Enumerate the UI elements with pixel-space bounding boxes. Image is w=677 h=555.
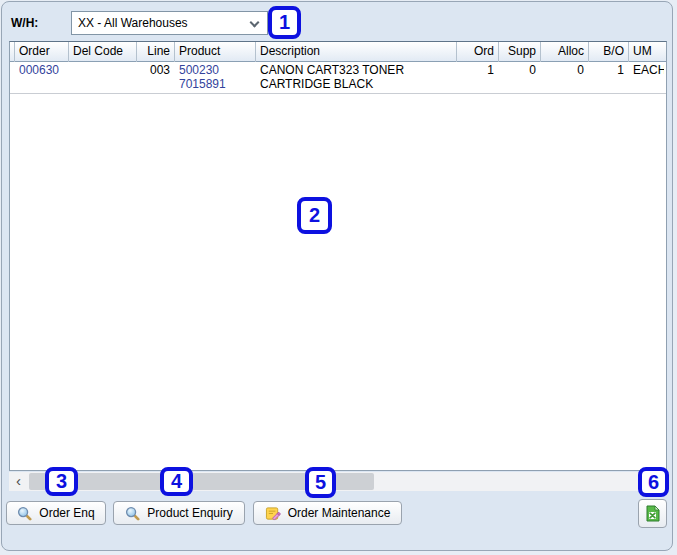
warehouse-dropdown[interactable]: XX - All Warehouses bbox=[71, 11, 268, 35]
warehouse-orders-panel: W/H: XX - All Warehouses OrderDel CodeLi… bbox=[1, 1, 673, 551]
scroll-left-arrow-icon[interactable]: ‹ bbox=[9, 472, 28, 491]
horizontal-scrollbar[interactable]: ‹ bbox=[9, 472, 667, 491]
excel-export-icon bbox=[644, 505, 661, 522]
warehouse-label: W/H: bbox=[11, 16, 38, 30]
annotation-badge-3: 3 bbox=[45, 467, 78, 496]
cell-del_code bbox=[69, 63, 137, 91]
annotation-badge-4: 4 bbox=[160, 467, 193, 496]
order-enq-button-label: Order Enq bbox=[39, 506, 94, 520]
annotation-badge-2: 2 bbox=[297, 197, 332, 234]
column-header-del_code[interactable]: Del Code bbox=[69, 42, 137, 62]
cell-line: 003 bbox=[137, 63, 175, 91]
cell-alloc: 0 bbox=[541, 63, 589, 91]
cell-product: 5002307015891 bbox=[175, 63, 256, 91]
product-enquiry-button[interactable]: Product Enquiry bbox=[113, 501, 245, 525]
cell-order: 000630 bbox=[15, 63, 69, 91]
annotation-badge-6: 6 bbox=[638, 467, 669, 497]
cell-bo: 1 bbox=[589, 63, 629, 91]
column-header-ord[interactable]: Ord bbox=[457, 42, 499, 62]
column-header-product[interactable]: Product bbox=[175, 42, 256, 62]
order-maintenance-button-label: Order Maintenance bbox=[288, 506, 391, 520]
column-header-order[interactable]: Order bbox=[15, 42, 69, 62]
screen: { "warehouse_bar": { "label": "W/H:", "d… bbox=[0, 0, 677, 555]
cell-um: EACH bbox=[629, 63, 664, 91]
table-row[interactable]: 0006300035002307015891CANON CART323 TONE… bbox=[10, 62, 666, 94]
column-header-line[interactable]: Line bbox=[137, 42, 175, 62]
chevron-down-icon bbox=[250, 18, 260, 28]
annotation-badge-5: 5 bbox=[305, 467, 336, 498]
excel-export-button[interactable] bbox=[638, 499, 667, 528]
product-enquiry-button-label: Product Enquiry bbox=[147, 506, 232, 520]
order-maintenance-button[interactable]: Order Maintenance bbox=[253, 501, 402, 525]
column-header-alloc[interactable]: Alloc bbox=[541, 42, 589, 62]
column-header-description[interactable]: Description bbox=[256, 42, 457, 62]
cell-ord: 1 bbox=[457, 63, 499, 91]
order-enq-button[interactable]: Order Enq bbox=[6, 501, 106, 525]
magnifier-icon bbox=[17, 506, 32, 521]
cell-supp: 0 bbox=[499, 63, 541, 91]
annotation-badge-1: 1 bbox=[268, 6, 301, 39]
cell-description: CANON CART323 TONERCARTRIDGE BLACK bbox=[256, 63, 457, 91]
magnifier-icon bbox=[125, 506, 140, 521]
column-header-bo[interactable]: B/O bbox=[589, 42, 629, 62]
warehouse-dropdown-value: XX - All Warehouses bbox=[78, 16, 188, 30]
table-body: 0006300035002307015891CANON CART323 TONE… bbox=[10, 62, 666, 94]
column-header-um[interactable]: UM bbox=[629, 42, 664, 62]
table-header-row: OrderDel CodeLineProductDescriptionOrdSu… bbox=[10, 42, 666, 62]
edit-note-icon bbox=[265, 506, 281, 521]
orders-table: OrderDel CodeLineProductDescriptionOrdSu… bbox=[9, 41, 667, 471]
column-header-supp[interactable]: Supp bbox=[499, 42, 541, 62]
